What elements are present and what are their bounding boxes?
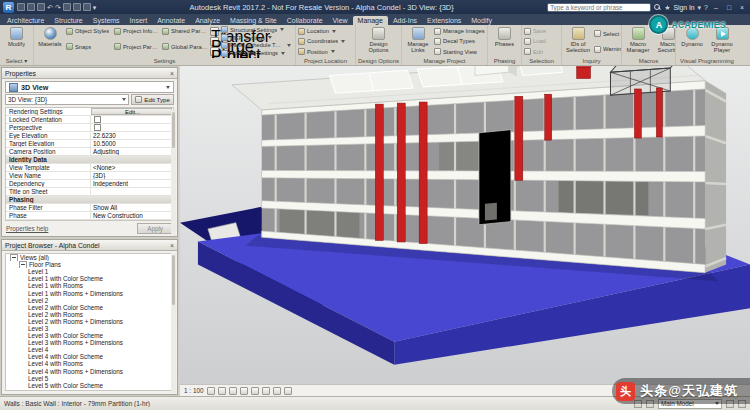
properties-scrollbar[interactable] (171, 110, 176, 235)
settings-grid-button[interactable]: Global Parameters (162, 42, 208, 52)
settings-row-button[interactable]: Additional Settings (221, 49, 291, 57)
revit-application-menu[interactable]: R (3, 2, 14, 13)
settings-row-button[interactable]: Panel Schedule Templates (221, 42, 291, 50)
qat-dropdown-icon[interactable]: ▾ (93, 4, 97, 11)
location-button[interactable]: Coordinates (298, 37, 353, 46)
browser-item[interactable]: Level 4 (6, 346, 173, 353)
properties-close-icon[interactable]: × (170, 70, 174, 77)
inquiry-button[interactable]: Select by ID (594, 29, 621, 38)
browser-item[interactable]: Level 3 with Rooms + Dimensions (6, 339, 173, 346)
browser-item[interactable]: Floor Plans (6, 261, 173, 268)
properties-help-link[interactable]: Properties help (6, 225, 48, 232)
edit-type-button[interactable]: Edit Type (131, 94, 174, 105)
browser-item[interactable]: Level 5 with Rooms (6, 389, 173, 391)
help-icon[interactable]: ? (704, 4, 708, 11)
sun-path-icon[interactable] (229, 387, 237, 395)
type-selector[interactable]: 3D View (5, 81, 174, 93)
open-icon[interactable] (17, 3, 25, 11)
selection-button[interactable]: Load (524, 37, 559, 46)
selection-button[interactable]: Edit (524, 47, 559, 56)
manage-links-button[interactable]: Manage Links (404, 26, 432, 57)
save-icon[interactable] (27, 3, 35, 11)
browser-item[interactable]: Level 2 with Color Scheme (6, 304, 173, 311)
property-row[interactable]: View Template <None> (6, 164, 173, 172)
manage-project-button[interactable]: Starting View (434, 47, 485, 56)
browser-item[interactable]: Level 1 with Color Scheme (6, 275, 173, 282)
ribbon-tab[interactable]: Modify (466, 16, 497, 25)
ribbon-tab[interactable]: Massing & Site (225, 16, 282, 25)
settings-tool-icon[interactable]: Project Units (210, 47, 219, 56)
favorites-star-icon[interactable]: ★ (664, 4, 670, 11)
phases-button[interactable]: Phases (491, 26, 519, 57)
instance-selector[interactable]: 3D View: {3D} (5, 94, 129, 105)
ribbon-tab[interactable]: Extensions (422, 16, 466, 25)
browser-item[interactable]: Level 1 (6, 268, 173, 275)
location-button[interactable]: Position (298, 47, 353, 56)
property-row[interactable]: Dependency Independent (6, 180, 173, 188)
ribbon-tab[interactable]: Systems (88, 16, 125, 25)
property-row[interactable]: Rendering Settings Edit... (6, 108, 173, 116)
settings-grid-button[interactable]: Object Styles (66, 26, 112, 36)
property-row[interactable]: Locked Orientation (6, 116, 173, 124)
property-row[interactable]: Phasing (6, 196, 173, 204)
property-row[interactable]: Title on Sheet (6, 188, 173, 196)
macro-manager-button[interactable]: Macro Manager (624, 26, 652, 57)
select-panel-label[interactable]: Select ▾ (0, 57, 33, 65)
close-button[interactable]: × (737, 4, 747, 11)
location-button[interactable]: Location (298, 27, 353, 36)
ribbon-tab[interactable]: View (328, 16, 353, 25)
print-icon[interactable] (63, 3, 71, 11)
settings-row-button[interactable]: Structural Settings (221, 26, 291, 34)
properties-header[interactable]: Properties × (2, 68, 177, 79)
project-browser-scrollbar[interactable] (171, 253, 176, 393)
property-row[interactable]: Identity Data (6, 156, 173, 164)
manage-project-button[interactable]: Decal Types (434, 37, 485, 46)
undo-icon[interactable]: ↶ (47, 4, 53, 11)
project-browser-header[interactable]: Project Browser - Alpha Condel × (2, 240, 177, 251)
design-options-button[interactable]: Design Options (365, 26, 393, 57)
property-row[interactable]: Camera Position Adjusting (6, 148, 173, 156)
visual-style-icon[interactable] (218, 387, 226, 395)
ids-of-selection-button[interactable]: IDs of Selection (564, 26, 592, 57)
property-row[interactable]: Eye Elevation 22.6230 (6, 132, 173, 140)
minimize-button[interactable]: – (711, 4, 721, 11)
show-crop-region-icon[interactable] (262, 387, 270, 395)
browser-item[interactable]: Level 1 with Rooms (6, 282, 173, 289)
browser-item[interactable]: Level 4 with Rooms + Dimensions (6, 368, 173, 375)
ribbon-tab[interactable]: Collaborate (282, 16, 328, 25)
sign-in-button[interactable]: Sign In (673, 4, 694, 11)
browser-item[interactable]: Level 3 (6, 325, 173, 332)
browser-item[interactable]: Level 3 with Color Scheme (6, 332, 173, 339)
shadows-icon[interactable] (240, 387, 248, 395)
ribbon-tab[interactable]: Annotate (152, 16, 190, 25)
browser-item[interactable]: Level 5 with Color Scheme (6, 382, 173, 389)
browser-item[interactable]: Level 4 with Color Scheme (6, 353, 173, 360)
settings-grid-button[interactable]: Project Information (114, 26, 160, 36)
ribbon-tab[interactable]: Analyze (190, 16, 225, 25)
scale-button[interactable]: 1 : 100 (184, 387, 204, 394)
3d-view-icon[interactable] (83, 3, 91, 11)
settings-tool-icon[interactable]: Purge Unused (210, 37, 219, 46)
browser-item[interactable]: Views (all) (6, 254, 173, 261)
ribbon-tab[interactable]: Manage (353, 16, 388, 25)
property-row[interactable]: Target Elevation 10.5000 (6, 140, 173, 148)
browser-item[interactable]: Level 2 with Rooms (6, 311, 173, 318)
3d-model-canvas[interactable] (180, 66, 750, 396)
measure-icon[interactable] (73, 3, 81, 11)
ribbon-tab[interactable]: Insert (125, 16, 153, 25)
browser-item[interactable]: Level 2 with Rooms + Dimensions (6, 318, 173, 325)
property-row[interactable]: Phase New Construction (6, 212, 173, 220)
sync-icon[interactable] (37, 3, 45, 11)
redo-icon[interactable]: ↷ (55, 4, 61, 11)
settings-grid-button[interactable]: Project Parameters (114, 42, 160, 52)
browser-item[interactable]: Level 4 with Rooms (6, 360, 173, 367)
property-row[interactable]: Phase Filter Show All (6, 204, 173, 212)
reveal-hidden-elements-icon[interactable] (284, 387, 292, 395)
ribbon-tab[interactable]: Architecture (2, 16, 49, 25)
crop-view-icon[interactable] (251, 387, 259, 395)
ribbon-tab[interactable]: Add-Ins (388, 16, 422, 25)
materials-button[interactable]: Materials (36, 26, 64, 57)
browser-item[interactable]: Level 1 with Rooms + Dimensions (6, 289, 173, 296)
maximize-button[interactable]: □ (724, 4, 734, 11)
settings-row-button[interactable]: MEP Settings (221, 34, 291, 42)
